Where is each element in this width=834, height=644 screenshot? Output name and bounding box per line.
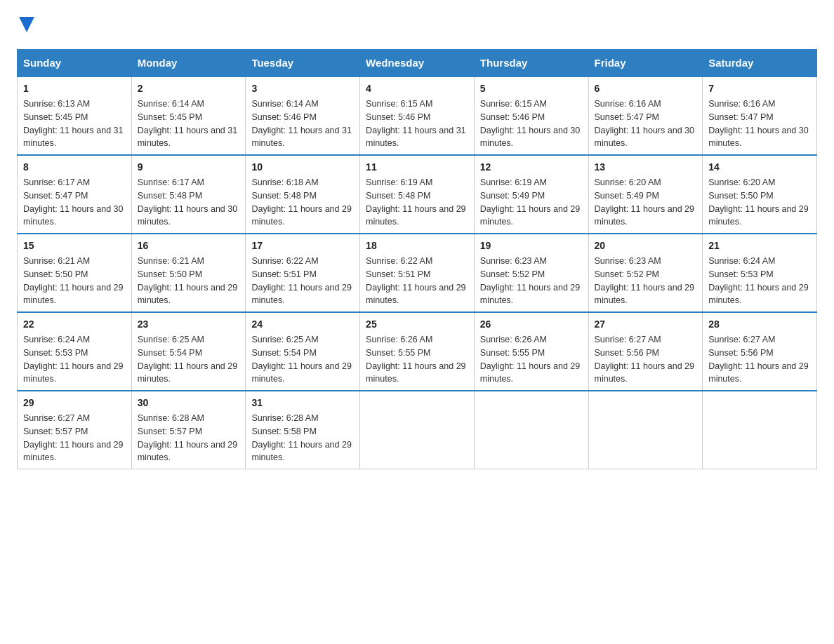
calendar-week-row: 22Sunrise: 6:24 AMSunset: 5:53 PMDayligh… [18, 312, 817, 391]
daylight-text: Daylight: 11 hours and 29 minutes. [480, 283, 580, 306]
daylight-text: Daylight: 11 hours and 29 minutes. [480, 204, 580, 227]
calendar-cell: 14Sunrise: 6:20 AMSunset: 5:50 PMDayligh… [703, 155, 817, 234]
sunset-text: Sunset: 5:50 PM [138, 269, 202, 279]
sunrise-text: Sunrise: 6:15 AM [366, 99, 432, 109]
day-number: 16 [138, 239, 240, 253]
day-number: 6 [595, 81, 697, 96]
calendar-cell: 30Sunrise: 6:28 AMSunset: 5:57 PMDayligh… [131, 391, 246, 469]
sunset-text: Sunset: 5:51 PM [366, 269, 430, 279]
sunrise-text: Sunrise: 6:22 AM [366, 256, 432, 266]
daylight-text: Daylight: 11 hours and 31 minutes. [138, 126, 237, 149]
sunset-text: Sunset: 5:45 PM [138, 112, 202, 122]
sunrise-text: Sunrise: 6:23 AM [480, 256, 547, 266]
sunset-text: Sunset: 5:46 PM [251, 112, 316, 122]
sunset-text: Sunset: 5:46 PM [480, 112, 545, 122]
sunrise-text: Sunrise: 6:18 AM [251, 177, 318, 187]
sunset-text: Sunset: 5:50 PM [23, 269, 88, 279]
sunset-text: Sunset: 5:47 PM [23, 191, 88, 201]
day-number: 29 [23, 396, 126, 410]
sunrise-text: Sunrise: 6:24 AM [708, 256, 775, 266]
day-number: 12 [480, 160, 583, 175]
sunset-text: Sunset: 5:56 PM [595, 348, 659, 358]
day-number: 28 [708, 317, 811, 332]
sunset-text: Sunset: 5:47 PM [595, 112, 659, 122]
calendar-week-row: 15Sunrise: 6:21 AMSunset: 5:50 PMDayligh… [18, 234, 817, 312]
daylight-text: Daylight: 11 hours and 30 minutes. [480, 126, 580, 149]
calendar-cell: 20Sunrise: 6:23 AMSunset: 5:52 PMDayligh… [588, 234, 703, 312]
daylight-text: Daylight: 11 hours and 31 minutes. [366, 126, 465, 149]
sunrise-text: Sunrise: 6:13 AM [23, 99, 90, 109]
calendar-cell: 21Sunrise: 6:24 AMSunset: 5:53 PMDayligh… [703, 234, 817, 312]
daylight-text: Daylight: 11 hours and 29 minutes. [366, 283, 465, 306]
calendar-table: SundayMondayTuesdayWednesdayThursdayFrid… [17, 49, 817, 469]
sunrise-text: Sunrise: 6:21 AM [138, 256, 204, 266]
calendar-cell: 15Sunrise: 6:21 AMSunset: 5:50 PMDayligh… [18, 234, 132, 312]
day-number: 3 [251, 81, 354, 96]
calendar-cell: 7Sunrise: 6:16 AMSunset: 5:47 PMDaylight… [703, 76, 817, 155]
logo-triangle-icon [19, 17, 34, 32]
sunset-text: Sunset: 5:57 PM [138, 427, 202, 436]
sunset-text: Sunset: 5:52 PM [480, 269, 545, 279]
sunrise-text: Sunrise: 6:27 AM [23, 413, 90, 423]
sunset-text: Sunset: 5:55 PM [480, 348, 545, 358]
sunset-text: Sunset: 5:54 PM [138, 348, 202, 358]
day-number: 20 [595, 239, 697, 253]
calendar-cell: 9Sunrise: 6:17 AMSunset: 5:48 PMDaylight… [131, 155, 246, 234]
sunset-text: Sunset: 5:57 PM [23, 427, 88, 436]
calendar-cell [360, 391, 475, 469]
daylight-text: Daylight: 11 hours and 29 minutes. [23, 440, 123, 463]
sunset-text: Sunset: 5:56 PM [708, 348, 773, 358]
sunset-text: Sunset: 5:47 PM [708, 112, 773, 122]
sunset-text: Sunset: 5:58 PM [251, 427, 316, 436]
calendar-cell: 23Sunrise: 6:25 AMSunset: 5:54 PMDayligh… [131, 312, 246, 391]
sunrise-text: Sunrise: 6:15 AM [480, 99, 547, 109]
sunset-text: Sunset: 5:46 PM [366, 112, 430, 122]
calendar-cell: 25Sunrise: 6:26 AMSunset: 5:55 PMDayligh… [360, 312, 475, 391]
daylight-text: Daylight: 11 hours and 29 minutes. [366, 361, 465, 384]
daylight-text: Daylight: 11 hours and 30 minutes. [708, 126, 808, 149]
sunset-text: Sunset: 5:48 PM [251, 191, 316, 201]
day-number: 24 [251, 317, 354, 332]
sunrise-text: Sunrise: 6:20 AM [595, 177, 661, 187]
daylight-text: Daylight: 11 hours and 29 minutes. [366, 204, 465, 227]
daylight-text: Daylight: 11 hours and 29 minutes. [251, 361, 351, 384]
day-number: 19 [480, 239, 583, 253]
daylight-text: Daylight: 11 hours and 29 minutes. [251, 440, 351, 463]
sunrise-text: Sunrise: 6:25 AM [251, 335, 318, 344]
day-number: 8 [23, 160, 126, 175]
sunset-text: Sunset: 5:53 PM [708, 269, 773, 279]
col-header-thursday: Thursday [474, 50, 588, 77]
col-header-saturday: Saturday [703, 50, 817, 77]
day-number: 23 [138, 317, 240, 332]
calendar-week-row: 1Sunrise: 6:13 AMSunset: 5:45 PMDaylight… [18, 76, 817, 155]
day-number: 13 [595, 160, 697, 175]
calendar-cell [474, 391, 588, 469]
daylight-text: Daylight: 11 hours and 29 minutes. [138, 440, 237, 463]
calendar-cell: 19Sunrise: 6:23 AMSunset: 5:52 PMDayligh… [474, 234, 588, 312]
day-number: 22 [23, 317, 126, 332]
sunrise-text: Sunrise: 6:24 AM [23, 335, 90, 344]
daylight-text: Daylight: 11 hours and 30 minutes. [23, 204, 123, 227]
sunrise-text: Sunrise: 6:14 AM [251, 99, 318, 109]
logo [17, 17, 36, 32]
day-number: 11 [366, 160, 468, 175]
daylight-text: Daylight: 11 hours and 29 minutes. [251, 283, 351, 306]
daylight-text: Daylight: 11 hours and 29 minutes. [138, 283, 237, 306]
sunset-text: Sunset: 5:53 PM [23, 348, 88, 358]
sunset-text: Sunset: 5:49 PM [480, 191, 545, 201]
sunrise-text: Sunrise: 6:16 AM [595, 99, 661, 109]
sunrise-text: Sunrise: 6:16 AM [708, 99, 775, 109]
calendar-cell: 28Sunrise: 6:27 AMSunset: 5:56 PMDayligh… [703, 312, 817, 391]
sunset-text: Sunset: 5:51 PM [251, 269, 316, 279]
day-number: 30 [138, 396, 240, 410]
sunrise-text: Sunrise: 6:21 AM [23, 256, 90, 266]
col-header-tuesday: Tuesday [246, 50, 360, 77]
day-number: 2 [138, 81, 240, 96]
day-number: 9 [138, 160, 240, 175]
page-header [17, 17, 817, 32]
sunrise-text: Sunrise: 6:22 AM [251, 256, 318, 266]
sunset-text: Sunset: 5:45 PM [23, 112, 88, 122]
sunrise-text: Sunrise: 6:19 AM [480, 177, 547, 187]
day-number: 21 [708, 239, 811, 253]
calendar-week-row: 29Sunrise: 6:27 AMSunset: 5:57 PMDayligh… [18, 391, 817, 469]
